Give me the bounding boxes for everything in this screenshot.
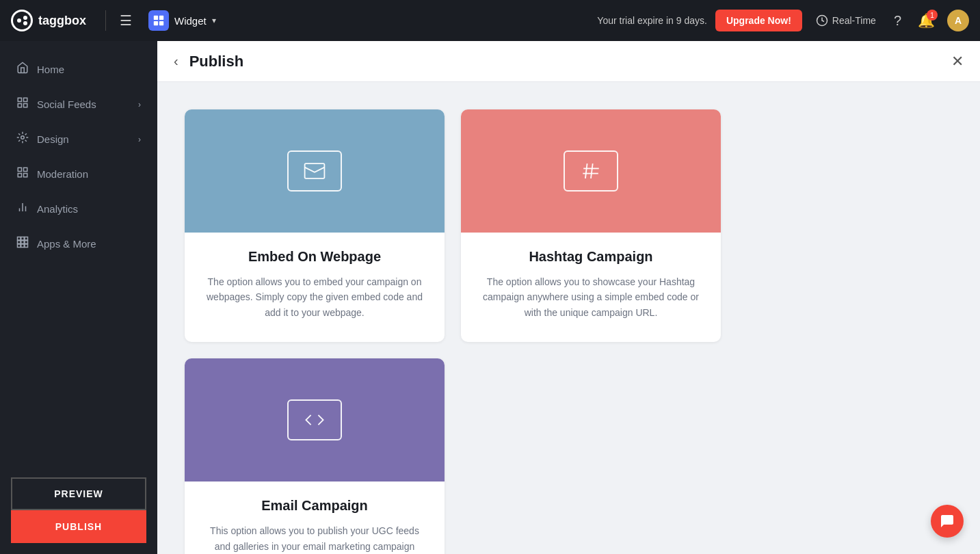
email-card-image [185, 358, 445, 482]
home-icon [16, 62, 29, 77]
main-layout: Home Social Feeds › Design › [0, 41, 980, 554]
sidebar-item-social-feeds-label: Social Feeds [37, 98, 96, 110]
hashtag-card[interactable]: Hashtag Campaign The option allows you t… [461, 109, 721, 342]
avatar[interactable]: A [947, 10, 969, 31]
moderation-icon [16, 166, 29, 182]
svg-rect-17 [24, 174, 27, 177]
design-icon [16, 131, 29, 147]
realtime-button[interactable]: Real-Time [810, 14, 882, 27]
widget-selector[interactable]: Widget ▾ [140, 6, 224, 35]
svg-rect-14 [18, 168, 21, 171]
sidebar-item-moderation-label: Moderation [37, 168, 88, 180]
logo-text: taggbox [38, 14, 86, 28]
email-code-icon-box [287, 399, 342, 440]
sidebar-item-design[interactable]: Design › [0, 122, 157, 157]
svg-point-3 [23, 21, 27, 25]
social-feeds-chevron-icon: › [138, 100, 141, 109]
svg-rect-29 [25, 244, 28, 248]
analytics-icon [16, 201, 29, 217]
svg-rect-6 [154, 21, 158, 25]
logo[interactable]: taggbox [11, 10, 86, 31]
sidebar-nav: Home Social Feeds › Design › [0, 41, 157, 466]
widget-label: Widget [174, 15, 207, 27]
svg-rect-12 [24, 104, 27, 107]
embed-card-title: Embed On Webpage [204, 249, 425, 265]
email-card-title: Email Campaign [204, 498, 425, 514]
svg-rect-7 [159, 21, 163, 25]
sidebar-item-apps-more[interactable]: Apps & More [0, 226, 157, 261]
svg-point-2 [23, 16, 27, 20]
hashtag-card-title: Hashtag Campaign [480, 249, 702, 265]
upgrade-button[interactable]: Upgrade Now! [715, 10, 802, 31]
logo-icon [11, 10, 33, 31]
hashtag-icon-box [564, 150, 618, 192]
svg-rect-10 [24, 98, 27, 101]
widget-chevron-icon: ▾ [212, 16, 216, 25]
notifications-button[interactable]: 🔔 1 [914, 12, 939, 29]
svg-line-31 [585, 163, 587, 179]
svg-point-0 [13, 12, 31, 29]
svg-rect-21 [18, 237, 21, 241]
embed-card-image [185, 109, 445, 233]
publish-button[interactable]: PUBLISH [11, 510, 146, 543]
apps-more-icon [16, 236, 29, 252]
svg-point-1 [17, 18, 21, 23]
sidebar-item-home[interactable]: Home [0, 52, 157, 87]
sidebar-item-analytics[interactable]: Analytics [0, 192, 157, 226]
svg-rect-23 [25, 237, 28, 241]
sidebar-item-moderation[interactable]: Moderation [0, 157, 157, 192]
hashtag-card-image [461, 109, 721, 233]
svg-rect-30 [305, 163, 325, 179]
publish-title: Publish [189, 53, 951, 70]
navbar: taggbox ☰ Widget ▾ Your trial expire in … [0, 0, 980, 41]
svg-rect-24 [18, 241, 21, 244]
svg-rect-25 [21, 241, 25, 244]
svg-rect-27 [18, 244, 21, 248]
nav-divider [105, 10, 106, 31]
svg-rect-22 [21, 237, 25, 241]
svg-rect-11 [18, 104, 21, 107]
hashtag-card-body: Hashtag Campaign The option allows you t… [461, 233, 721, 342]
embed-card[interactable]: Embed On Webpage The option allows you t… [185, 109, 445, 342]
content-area: ‹ Publish ✕ Embed On Webpage The [157, 41, 980, 554]
realtime-label: Real-Time [832, 15, 876, 26]
hashtag-card-desc: The option allows you to showcase your H… [480, 274, 702, 320]
preview-button[interactable]: PREVIEW [11, 477, 146, 510]
embed-card-body: Embed On Webpage The option allows you t… [185, 233, 445, 342]
chat-bubble-button[interactable] [931, 505, 964, 538]
sidebar-item-home-label: Home [37, 64, 64, 75]
social-feeds-icon [16, 96, 29, 112]
svg-line-32 [591, 163, 593, 179]
svg-rect-16 [18, 174, 21, 177]
svg-rect-28 [21, 244, 25, 248]
notification-badge: 1 [927, 10, 938, 21]
help-icon[interactable]: ? [890, 13, 905, 29]
svg-rect-26 [25, 241, 28, 244]
svg-rect-4 [154, 16, 158, 20]
sidebar-item-social-feeds[interactable]: Social Feeds › [0, 87, 157, 122]
back-button[interactable]: ‹ [174, 53, 178, 69]
email-card[interactable]: Email Campaign This option allows you to… [185, 358, 445, 554]
email-card-desc: This option allows you to publish your U… [204, 523, 425, 554]
hamburger-icon[interactable]: ☰ [120, 12, 132, 29]
svg-rect-9 [18, 98, 21, 101]
widget-icon [148, 10, 169, 31]
design-chevron-icon: › [138, 135, 141, 144]
sidebar-item-design-label: Design [37, 133, 69, 145]
email-card-body: Email Campaign This option allows you to… [185, 482, 445, 554]
close-button[interactable]: ✕ [951, 53, 964, 70]
svg-rect-15 [24, 168, 27, 171]
trial-text: Your trial expire in 9 days. [597, 15, 707, 26]
embed-card-desc: The option allows you to embed your camp… [204, 274, 425, 320]
sidebar-item-apps-more-label: Apps & More [37, 238, 96, 250]
sidebar-bottom: PREVIEW PUBLISH [0, 466, 157, 554]
svg-rect-5 [159, 16, 163, 20]
sidebar: Home Social Feeds › Design › [0, 41, 157, 554]
svg-point-13 [21, 136, 25, 140]
cards-grid: Embed On Webpage The option allows you t… [157, 82, 980, 554]
embed-icon-box [287, 150, 342, 192]
sidebar-item-analytics-label: Analytics [37, 203, 78, 215]
publish-header: ‹ Publish ✕ [157, 41, 980, 82]
